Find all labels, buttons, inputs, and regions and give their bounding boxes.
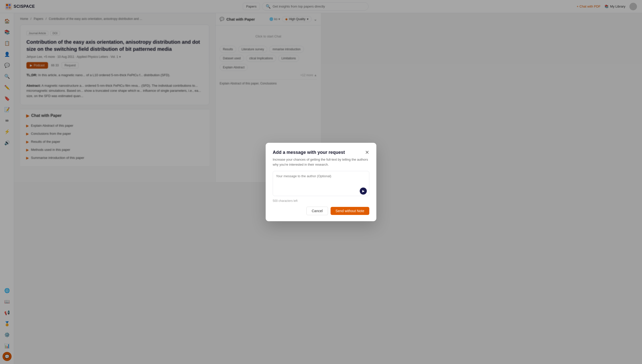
request-modal: Add a message with your request ✕ Increa…: [266, 143, 321, 182]
message-textarea[interactable]: [273, 171, 321, 182]
modal-overlay: Add a message with your request ✕ Increa…: [0, 0, 321, 182]
modal-header: Add a message with your request ✕: [273, 150, 321, 155]
textarea-wrapper: ▶: [273, 171, 321, 182]
modal-title: Add a message with your request: [273, 150, 321, 155]
modal-description: Increase your chances of getting the ful…: [273, 157, 321, 167]
